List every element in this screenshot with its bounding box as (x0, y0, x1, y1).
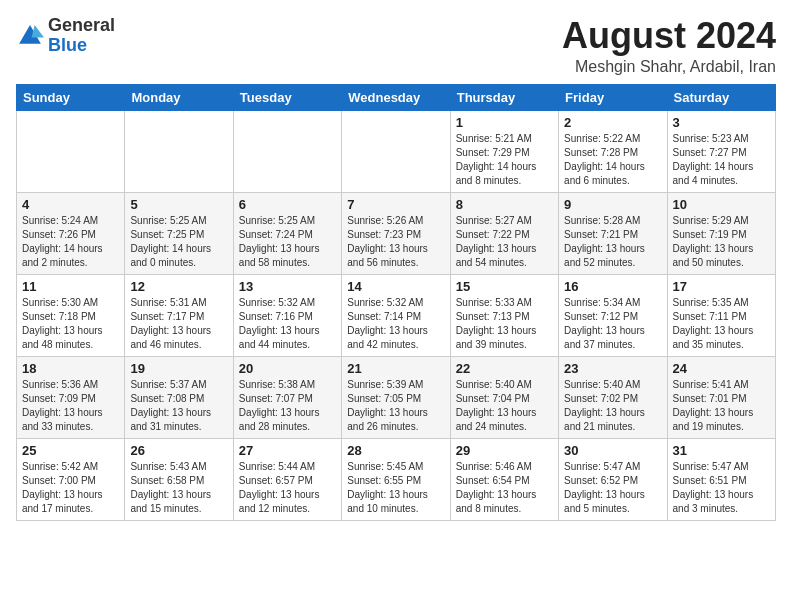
day-info: Sunrise: 5:42 AMSunset: 7:00 PMDaylight:… (22, 460, 119, 516)
day-number: 5 (130, 197, 227, 212)
calendar-cell: 25Sunrise: 5:42 AMSunset: 7:00 PMDayligh… (17, 438, 125, 520)
calendar-cell: 10Sunrise: 5:29 AMSunset: 7:19 PMDayligh… (667, 192, 775, 274)
logo-icon (16, 22, 44, 50)
day-number: 30 (564, 443, 661, 458)
weekday-header-row: SundayMondayTuesdayWednesdayThursdayFrid… (17, 84, 776, 110)
day-info: Sunrise: 5:34 AMSunset: 7:12 PMDaylight:… (564, 296, 661, 352)
day-number: 7 (347, 197, 444, 212)
day-info: Sunrise: 5:32 AMSunset: 7:16 PMDaylight:… (239, 296, 336, 352)
day-number: 23 (564, 361, 661, 376)
day-number: 11 (22, 279, 119, 294)
day-info: Sunrise: 5:44 AMSunset: 6:57 PMDaylight:… (239, 460, 336, 516)
day-info: Sunrise: 5:46 AMSunset: 6:54 PMDaylight:… (456, 460, 553, 516)
day-info: Sunrise: 5:21 AMSunset: 7:29 PMDaylight:… (456, 132, 553, 188)
calendar-cell: 27Sunrise: 5:44 AMSunset: 6:57 PMDayligh… (233, 438, 341, 520)
svg-marker-1 (32, 25, 44, 37)
day-number: 12 (130, 279, 227, 294)
week-row-4: 18Sunrise: 5:36 AMSunset: 7:09 PMDayligh… (17, 356, 776, 438)
weekday-header-thursday: Thursday (450, 84, 558, 110)
day-info: Sunrise: 5:47 AMSunset: 6:52 PMDaylight:… (564, 460, 661, 516)
day-info: Sunrise: 5:35 AMSunset: 7:11 PMDaylight:… (673, 296, 770, 352)
page-header: General Blue August 2024 Meshgin Shahr, … (16, 16, 776, 76)
calendar-cell: 7Sunrise: 5:26 AMSunset: 7:23 PMDaylight… (342, 192, 450, 274)
calendar-cell: 20Sunrise: 5:38 AMSunset: 7:07 PMDayligh… (233, 356, 341, 438)
day-info: Sunrise: 5:26 AMSunset: 7:23 PMDaylight:… (347, 214, 444, 270)
day-info: Sunrise: 5:24 AMSunset: 7:26 PMDaylight:… (22, 214, 119, 270)
day-info: Sunrise: 5:38 AMSunset: 7:07 PMDaylight:… (239, 378, 336, 434)
week-row-1: 1Sunrise: 5:21 AMSunset: 7:29 PMDaylight… (17, 110, 776, 192)
day-number: 24 (673, 361, 770, 376)
day-number: 16 (564, 279, 661, 294)
day-info: Sunrise: 5:45 AMSunset: 6:55 PMDaylight:… (347, 460, 444, 516)
day-number: 25 (22, 443, 119, 458)
calendar-cell: 13Sunrise: 5:32 AMSunset: 7:16 PMDayligh… (233, 274, 341, 356)
day-info: Sunrise: 5:22 AMSunset: 7:28 PMDaylight:… (564, 132, 661, 188)
calendar-cell (17, 110, 125, 192)
day-info: Sunrise: 5:27 AMSunset: 7:22 PMDaylight:… (456, 214, 553, 270)
calendar-cell: 24Sunrise: 5:41 AMSunset: 7:01 PMDayligh… (667, 356, 775, 438)
calendar-cell: 31Sunrise: 5:47 AMSunset: 6:51 PMDayligh… (667, 438, 775, 520)
day-info: Sunrise: 5:23 AMSunset: 7:27 PMDaylight:… (673, 132, 770, 188)
week-row-3: 11Sunrise: 5:30 AMSunset: 7:18 PMDayligh… (17, 274, 776, 356)
calendar-cell: 6Sunrise: 5:25 AMSunset: 7:24 PMDaylight… (233, 192, 341, 274)
day-number: 19 (130, 361, 227, 376)
calendar-cell (125, 110, 233, 192)
day-info: Sunrise: 5:29 AMSunset: 7:19 PMDaylight:… (673, 214, 770, 270)
day-number: 21 (347, 361, 444, 376)
day-info: Sunrise: 5:30 AMSunset: 7:18 PMDaylight:… (22, 296, 119, 352)
day-number: 8 (456, 197, 553, 212)
logo: General Blue (16, 16, 115, 56)
day-number: 22 (456, 361, 553, 376)
day-info: Sunrise: 5:43 AMSunset: 6:58 PMDaylight:… (130, 460, 227, 516)
calendar-cell: 23Sunrise: 5:40 AMSunset: 7:02 PMDayligh… (559, 356, 667, 438)
calendar-cell: 17Sunrise: 5:35 AMSunset: 7:11 PMDayligh… (667, 274, 775, 356)
week-row-5: 25Sunrise: 5:42 AMSunset: 7:00 PMDayligh… (17, 438, 776, 520)
title-block: August 2024 Meshgin Shahr, Ardabil, Iran (562, 16, 776, 76)
calendar-cell (342, 110, 450, 192)
calendar-cell: 22Sunrise: 5:40 AMSunset: 7:04 PMDayligh… (450, 356, 558, 438)
calendar: SundayMondayTuesdayWednesdayThursdayFrid… (16, 84, 776, 521)
day-number: 18 (22, 361, 119, 376)
calendar-cell: 29Sunrise: 5:46 AMSunset: 6:54 PMDayligh… (450, 438, 558, 520)
day-number: 29 (456, 443, 553, 458)
day-number: 3 (673, 115, 770, 130)
calendar-cell: 11Sunrise: 5:30 AMSunset: 7:18 PMDayligh… (17, 274, 125, 356)
calendar-cell: 30Sunrise: 5:47 AMSunset: 6:52 PMDayligh… (559, 438, 667, 520)
day-number: 27 (239, 443, 336, 458)
month-year: August 2024 (562, 16, 776, 56)
calendar-cell: 3Sunrise: 5:23 AMSunset: 7:27 PMDaylight… (667, 110, 775, 192)
weekday-header-sunday: Sunday (17, 84, 125, 110)
day-number: 15 (456, 279, 553, 294)
day-number: 28 (347, 443, 444, 458)
calendar-cell: 26Sunrise: 5:43 AMSunset: 6:58 PMDayligh… (125, 438, 233, 520)
day-info: Sunrise: 5:28 AMSunset: 7:21 PMDaylight:… (564, 214, 661, 270)
calendar-cell: 16Sunrise: 5:34 AMSunset: 7:12 PMDayligh… (559, 274, 667, 356)
weekday-header-saturday: Saturday (667, 84, 775, 110)
calendar-cell: 12Sunrise: 5:31 AMSunset: 7:17 PMDayligh… (125, 274, 233, 356)
day-number: 6 (239, 197, 336, 212)
logo-text: General Blue (48, 16, 115, 56)
day-number: 14 (347, 279, 444, 294)
day-number: 9 (564, 197, 661, 212)
calendar-cell: 1Sunrise: 5:21 AMSunset: 7:29 PMDaylight… (450, 110, 558, 192)
calendar-cell: 5Sunrise: 5:25 AMSunset: 7:25 PMDaylight… (125, 192, 233, 274)
day-info: Sunrise: 5:37 AMSunset: 7:08 PMDaylight:… (130, 378, 227, 434)
week-row-2: 4Sunrise: 5:24 AMSunset: 7:26 PMDaylight… (17, 192, 776, 274)
day-info: Sunrise: 5:25 AMSunset: 7:24 PMDaylight:… (239, 214, 336, 270)
day-number: 26 (130, 443, 227, 458)
calendar-cell (233, 110, 341, 192)
day-info: Sunrise: 5:47 AMSunset: 6:51 PMDaylight:… (673, 460, 770, 516)
calendar-cell: 28Sunrise: 5:45 AMSunset: 6:55 PMDayligh… (342, 438, 450, 520)
day-number: 13 (239, 279, 336, 294)
calendar-cell: 18Sunrise: 5:36 AMSunset: 7:09 PMDayligh… (17, 356, 125, 438)
location: Meshgin Shahr, Ardabil, Iran (562, 58, 776, 76)
calendar-cell: 4Sunrise: 5:24 AMSunset: 7:26 PMDaylight… (17, 192, 125, 274)
day-number: 31 (673, 443, 770, 458)
day-number: 17 (673, 279, 770, 294)
day-info: Sunrise: 5:41 AMSunset: 7:01 PMDaylight:… (673, 378, 770, 434)
calendar-cell: 2Sunrise: 5:22 AMSunset: 7:28 PMDaylight… (559, 110, 667, 192)
weekday-header-monday: Monday (125, 84, 233, 110)
day-number: 2 (564, 115, 661, 130)
calendar-cell: 9Sunrise: 5:28 AMSunset: 7:21 PMDaylight… (559, 192, 667, 274)
weekday-header-friday: Friday (559, 84, 667, 110)
